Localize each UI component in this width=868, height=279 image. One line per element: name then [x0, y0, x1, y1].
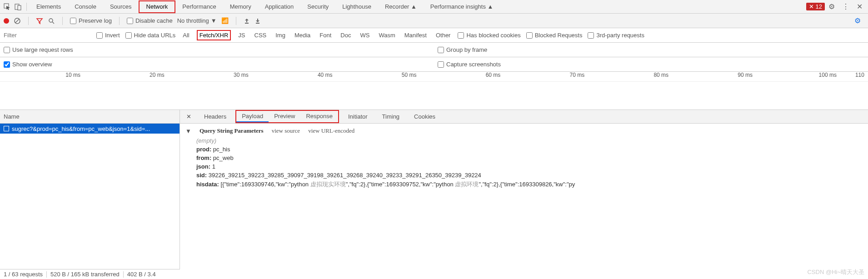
filter-type-font[interactable]: Font	[318, 31, 333, 40]
blocked-cookies-checkbox[interactable]: Has blocked cookies	[458, 32, 520, 39]
tab-console[interactable]: Console	[68, 0, 103, 13]
detail-tab-headers[interactable]: Headers	[199, 111, 232, 122]
param-row: prod: pc_his	[196, 146, 863, 153]
request-name: sugrec?&prod=pc_his&from=pc_web&json=1&s…	[12, 125, 150, 132]
filter-type-js[interactable]: JS	[236, 31, 247, 40]
svg-rect-8	[256, 23, 259, 24]
status-transferred: 520 B / 165 kB transferred	[50, 271, 120, 278]
tab-elements[interactable]: Elements	[30, 0, 68, 13]
request-detail-pane: ✕ Headers Payload Preview Response Initi…	[180, 110, 868, 269]
upload-icon[interactable]	[244, 18, 250, 24]
disable-cache-checkbox[interactable]: Disable cache	[127, 17, 173, 24]
view-urlencoded-link[interactable]: view URL-encoded	[308, 127, 354, 135]
status-bar: 1 / 63 requests 520 B / 165 kB transferr…	[0, 269, 180, 279]
filter-type-doc[interactable]: Doc	[339, 31, 353, 40]
preserve-log-checkbox[interactable]: Preserve log	[70, 17, 112, 24]
tab-application[interactable]: Application	[258, 0, 301, 13]
options-row-2: Show overview Capture screenshots	[0, 57, 868, 72]
detail-tab-payload[interactable]: Payload	[236, 111, 269, 122]
param-hisdata: hisdata: [{"time":1693309746,"kw":"pytho…	[196, 180, 863, 189]
wifi-icon[interactable]: 📶	[221, 17, 229, 24]
tick: 70 ms	[504, 72, 588, 81]
tick: 20 ms	[84, 72, 168, 81]
more-icon[interactable]: ⋮	[838, 2, 853, 11]
detail-tabbar: ✕ Headers Payload Preview Response Initi…	[180, 110, 868, 124]
section-label: Query String Parameters	[200, 127, 264, 135]
filter-input[interactable]	[0, 28, 91, 42]
tick: 110	[840, 72, 868, 81]
filter-type-manifest[interactable]: Manifest	[403, 31, 429, 40]
svg-line-4	[15, 19, 19, 23]
large-rows-checkbox[interactable]: Use large request rows	[4, 46, 73, 53]
tick: 40 ms	[252, 72, 336, 81]
inspect-icon[interactable]	[2, 0, 13, 13]
capture-screenshots-checkbox[interactable]: Capture screenshots	[438, 61, 501, 68]
close-detail-icon[interactable]: ✕	[183, 113, 195, 120]
filter-type-css[interactable]: CSS	[253, 31, 269, 40]
tab-performance[interactable]: Performance	[175, 0, 223, 13]
filter-type-all[interactable]: All	[181, 31, 191, 40]
network-lower-pane: Name sugrec?&prod=pc_his&from=pc_web&jso…	[0, 110, 868, 269]
clear-icon[interactable]	[14, 17, 21, 25]
tab-network[interactable]: Network	[139, 0, 176, 13]
tab-recorder[interactable]: Recorder ▲	[378, 0, 424, 13]
tab-perf-insights[interactable]: Performance insights ▲	[424, 0, 500, 13]
search-icon[interactable]	[48, 17, 55, 25]
filter-type-wasm[interactable]: Wasm	[377, 31, 397, 40]
invert-checkbox[interactable]: Invert	[96, 32, 120, 39]
record-icon[interactable]	[4, 18, 9, 24]
error-icon: ✕	[809, 3, 814, 10]
tab-sources[interactable]: Sources	[103, 0, 139, 13]
separator	[26, 3, 27, 11]
detail-tab-cookies[interactable]: Cookies	[409, 111, 441, 122]
show-overview-checkbox[interactable]: Show overview	[4, 61, 52, 68]
tick: 30 ms	[168, 72, 252, 81]
settings-icon[interactable]: ⚙	[825, 2, 838, 11]
tab-security[interactable]: Security	[300, 0, 335, 13]
error-count: 12	[816, 3, 822, 10]
network-settings-icon[interactable]: ⚙	[851, 16, 864, 25]
request-row[interactable]: sugrec?&prod=pc_his&from=pc_web&json=1&s…	[0, 124, 180, 134]
network-toolbar: Preserve log Disable cache No throttling…	[0, 14, 868, 28]
timeline-ruler: 10 ms 20 ms 30 ms 40 ms 50 ms 60 ms 70 m…	[0, 72, 868, 82]
separator	[119, 17, 120, 25]
blocked-requests-checkbox[interactable]: Blocked Requests	[526, 32, 583, 39]
tab-lighthouse[interactable]: Lighthouse	[335, 0, 378, 13]
device-toggle-icon[interactable]	[13, 0, 24, 13]
tick: 90 ms	[672, 72, 756, 81]
view-source-link[interactable]: view source	[272, 127, 300, 135]
status-requests: 1 / 63 requests	[4, 271, 43, 278]
throttling-select[interactable]: No throttling▼	[177, 17, 217, 24]
error-badge[interactable]: ✕12	[806, 3, 825, 10]
detail-tab-highlighted-group: Payload Preview Response	[235, 110, 339, 123]
detail-tab-preview[interactable]: Preview	[269, 111, 300, 122]
detail-tab-initiator[interactable]: Initiator	[343, 111, 373, 122]
param-row: from: pc_web	[196, 154, 863, 161]
options-row-1: Use large request rows Group by frame	[0, 43, 868, 57]
status-resources: 402 B / 3.4	[127, 271, 156, 278]
detail-tab-timing[interactable]: Timing	[377, 111, 405, 122]
payload-body: ▼ Query String Parameters view source vi…	[180, 124, 868, 194]
detail-tab-response[interactable]: Response	[300, 111, 338, 122]
filter-type-ws[interactable]: WS	[358, 31, 371, 40]
svg-rect-7	[245, 23, 249, 24]
name-column-header[interactable]: Name	[0, 110, 180, 124]
disclosure-triangle-icon[interactable]: ▼	[185, 128, 191, 135]
tick: 10 ms	[0, 72, 84, 81]
svg-line-6	[52, 22, 54, 24]
timeline-overview[interactable]: 10 ms 20 ms 30 ms 40 ms 50 ms 60 ms 70 m…	[0, 72, 868, 110]
filter-type-other[interactable]: Other	[434, 31, 453, 40]
group-frame-checkbox[interactable]: Group by frame	[438, 46, 487, 53]
param-empty: (empty)	[196, 137, 863, 144]
hide-data-urls-checkbox[interactable]: Hide data URLs	[125, 32, 176, 39]
download-icon[interactable]	[254, 18, 261, 24]
third-party-checkbox[interactable]: 3rd-party requests	[588, 32, 644, 39]
filter-icon[interactable]	[36, 17, 43, 25]
query-params-section[interactable]: ▼ Query String Parameters view source vi…	[185, 127, 863, 135]
filter-type-media[interactable]: Media	[293, 31, 312, 40]
separator	[236, 17, 236, 25]
tab-memory[interactable]: Memory	[223, 0, 258, 13]
close-icon[interactable]: ✕	[853, 2, 866, 11]
filter-type-fetchxhr[interactable]: Fetch/XHR	[197, 30, 231, 40]
filter-type-img[interactable]: Img	[274, 31, 287, 40]
